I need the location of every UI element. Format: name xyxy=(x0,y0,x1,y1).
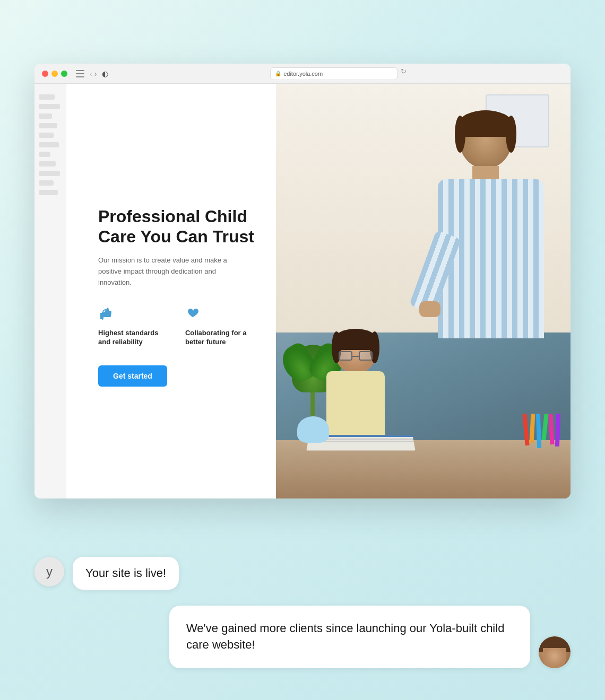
address-bar[interactable]: 🔒 editor.yola.com xyxy=(270,67,397,80)
brightness-icon: ◐ xyxy=(102,69,108,78)
yola-avatar-letter: y xyxy=(46,564,53,579)
browser-content: Professional Child Care You Can Trust Ou… xyxy=(34,84,571,498)
lock-icon: 🔒 xyxy=(275,71,281,76)
svg-rect-1 xyxy=(76,73,84,74)
user-avatar-face xyxy=(539,636,571,668)
traffic-light-yellow[interactable] xyxy=(51,71,58,77)
yola-avatar: y xyxy=(34,557,64,587)
user-avatar xyxy=(539,636,571,668)
traffic-light-green[interactable] xyxy=(61,71,67,77)
browser-window: ‹ › ◐ 🔒 editor.yola.com ↻ xyxy=(34,64,571,498)
back-arrow[interactable]: ‹ xyxy=(90,69,92,78)
feature-item-2: Collaborating for a better future xyxy=(185,305,255,347)
right-panel xyxy=(276,84,571,498)
chat-area: y Your site is live! We've gained more c… xyxy=(34,557,571,668)
traffic-light-red[interactable] xyxy=(42,71,48,77)
incoming-message: y Your site is live! xyxy=(34,557,571,590)
thumbsup-icon xyxy=(98,305,169,323)
editor-sidebar xyxy=(34,84,66,498)
heart-icon xyxy=(185,305,255,323)
feature-2-label: Collaborating for a better future xyxy=(185,329,255,347)
incoming-text: Your site is live! xyxy=(85,566,166,580)
left-panel: Professional Child Care You Can Trust Ou… xyxy=(34,84,276,498)
feature-1-label: Highest standards and reliability xyxy=(98,329,169,347)
get-started-button[interactable]: Get started xyxy=(98,365,167,387)
outgoing-text: We've gained more clients since launchin… xyxy=(186,622,504,651)
hero-title: Professional Child Care You Can Trust xyxy=(98,206,255,247)
outgoing-bubble: We've gained more clients since launchin… xyxy=(169,606,530,668)
traffic-lights xyxy=(42,71,67,77)
svg-rect-0 xyxy=(76,70,84,71)
hero-photo xyxy=(276,84,571,498)
svg-rect-2 xyxy=(76,76,84,77)
feature-item-1: Highest standards and reliability xyxy=(98,305,169,347)
svg-rect-3 xyxy=(100,313,103,319)
browser-titlebar: ‹ › ◐ 🔒 editor.yola.com ↻ xyxy=(34,64,571,84)
outgoing-message: We've gained more clients since launchin… xyxy=(34,606,571,668)
hero-subtitle: Our mission is to create value and make … xyxy=(98,255,247,288)
features-row: Highest standards and reliability Collab… xyxy=(98,305,255,347)
sidebar-toggle-icon[interactable] xyxy=(76,70,84,77)
refresh-icon[interactable]: ↻ xyxy=(401,67,407,80)
forward-arrow[interactable]: › xyxy=(94,69,97,78)
nav-arrows: ‹ › xyxy=(90,69,97,78)
url-text: editor.yola.com xyxy=(283,71,323,77)
address-bar-container: 🔒 editor.yola.com ↻ xyxy=(114,67,563,80)
incoming-bubble: Your site is live! xyxy=(73,557,179,590)
